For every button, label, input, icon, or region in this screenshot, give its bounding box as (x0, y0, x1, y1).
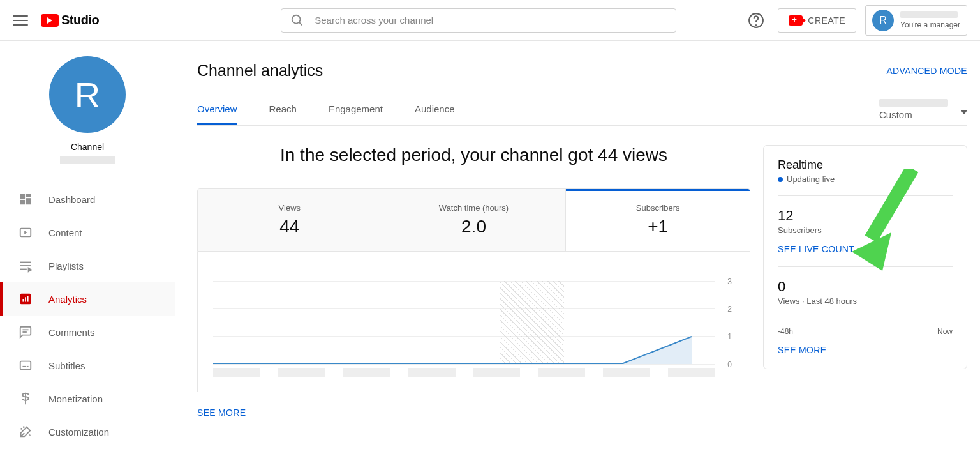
subtitles-icon (18, 358, 33, 373)
metric-value: +1 (566, 217, 750, 237)
sidebar-item-label: Content (48, 227, 82, 238)
svg-line-1 (299, 22, 302, 25)
create-button[interactable]: CREATE (778, 8, 856, 33)
realtime-views-value: 0 (778, 278, 953, 295)
search-icon (290, 13, 304, 27)
realtime-sparkline: -48h Now (778, 324, 953, 336)
sidebar-item-customization[interactable]: Customization (0, 415, 175, 448)
page-title: Channel analytics (197, 61, 323, 80)
channel-avatar[interactable]: R (49, 56, 126, 133)
advanced-mode-link[interactable]: ADVANCED MODE (886, 66, 967, 76)
metric-views[interactable]: Views 44 (198, 189, 382, 251)
svg-point-25 (29, 435, 30, 436)
chart-x-labels (213, 368, 715, 377)
manager-label: You're a manager (900, 20, 960, 29)
help-icon[interactable] (743, 8, 769, 33)
sidebar-item-label: Playlists (48, 261, 84, 271)
sidebar-item-playlists[interactable]: Playlists (0, 249, 175, 282)
ytick: 1 (727, 332, 732, 341)
metric-label: Watch time (hours) (382, 203, 566, 213)
svg-rect-17 (27, 296, 29, 301)
channel-name-redacted (60, 156, 115, 164)
channel-label: Channel (0, 142, 175, 152)
customization-icon (18, 424, 33, 439)
svg-point-3 (756, 24, 757, 24)
metric-cards: Views 44 Watch time (hours) 2.0 Subscrib… (197, 188, 750, 252)
sidebar-item-monetization[interactable]: Monetization (0, 382, 175, 415)
analytics-icon (18, 291, 33, 307)
sidebar-item-dashboard[interactable]: Dashboard (0, 183, 175, 216)
date-range-redacted (879, 99, 948, 107)
ytick: 2 (727, 305, 732, 314)
account-switcher[interactable]: R You're a manager (865, 5, 967, 36)
tab-audience[interactable]: Audience (415, 103, 455, 125)
app-header: Studio Search across your channel CREATE… (0, 0, 980, 41)
svg-marker-9 (24, 231, 27, 234)
youtube-icon (41, 14, 59, 27)
metric-label: Views (198, 203, 382, 213)
create-label: CREATE (808, 15, 845, 26)
sidebar-item-label: Dashboard (48, 194, 95, 205)
svg-rect-4 (20, 194, 25, 199)
svg-rect-20 (20, 361, 31, 370)
realtime-views-label: Views · Last 48 hours (778, 296, 953, 306)
realtime-updating: Updating live (778, 174, 953, 184)
tab-overview[interactable]: Overview (197, 103, 237, 125)
svg-rect-16 (25, 297, 26, 301)
realtime-subs-label: Subscribers (778, 225, 953, 235)
avatar: R (872, 10, 894, 31)
analytics-tabs: Overview Reach Engagement Audience (197, 103, 455, 125)
svg-rect-15 (22, 299, 24, 302)
monetization-icon (18, 391, 33, 406)
see-live-count-link[interactable]: SEE LIVE COUNT (778, 244, 854, 254)
dashboard-icon (18, 192, 33, 207)
svg-point-0 (292, 15, 301, 23)
metric-subscribers[interactable]: Subscribers +1 (566, 189, 750, 251)
svg-marker-13 (29, 268, 32, 272)
sidebar-item-label: Customization (48, 427, 109, 438)
svg-rect-7 (20, 200, 25, 204)
subscribers-chart: 3 2 1 0 (197, 252, 750, 392)
metric-value: 2.0 (382, 217, 566, 237)
sidebar-item-content[interactable]: Content (0, 216, 175, 249)
svg-rect-6 (26, 198, 31, 204)
realtime-card: Realtime Updating live 12 Subscribers SE… (763, 145, 967, 369)
hamburger-menu-icon[interactable] (13, 13, 28, 28)
sidebar-item-label: Comments (48, 327, 95, 338)
overview-headline: In the selected period, your channel got… (197, 145, 750, 165)
ytick: 3 (727, 277, 732, 286)
logo-text: Studio (61, 13, 99, 27)
realtime-see-more-link[interactable]: SEE MORE (778, 345, 826, 355)
metric-value: 44 (198, 217, 382, 237)
playlists-icon (18, 258, 33, 273)
spark-end: Now (937, 327, 953, 336)
chart-line (213, 281, 692, 364)
sidebar-item-analytics[interactable]: Analytics (0, 282, 175, 316)
sidebar-item-subtitles[interactable]: Subtitles (0, 349, 175, 382)
tab-engagement[interactable]: Engagement (329, 103, 383, 125)
account-name-redacted (900, 11, 958, 18)
metric-watchtime[interactable]: Watch time (hours) 2.0 (382, 189, 567, 251)
ytick: 0 (727, 360, 732, 369)
sidebar-item-comments[interactable]: Comments (0, 316, 175, 349)
main-content: Channel analytics ADVANCED MODE Overview… (175, 41, 980, 449)
live-dot-icon (778, 177, 783, 182)
sidebar: R Channel Dashboard Content Playlists An… (0, 41, 175, 449)
spark-start: -48h (778, 327, 793, 336)
create-video-icon (789, 15, 803, 26)
sidebar-item-label: Analytics (48, 294, 87, 305)
studio-logo[interactable]: Studio (41, 13, 99, 27)
search-input[interactable]: Search across your channel (281, 8, 676, 33)
date-range-picker[interactable]: Custom (879, 99, 967, 125)
date-range-label: Custom (879, 109, 912, 120)
svg-point-23 (21, 429, 22, 429)
search-placeholder: Search across your channel (315, 15, 433, 26)
see-more-link[interactable]: SEE MORE (197, 407, 246, 418)
metric-label: Subscribers (566, 203, 750, 213)
realtime-title: Realtime (778, 158, 953, 172)
realtime-subs-value: 12 (778, 208, 953, 224)
tab-reach[interactable]: Reach (269, 103, 297, 125)
svg-rect-5 (26, 194, 31, 197)
content-icon (18, 225, 33, 240)
sidebar-item-label: Monetization (48, 393, 103, 404)
